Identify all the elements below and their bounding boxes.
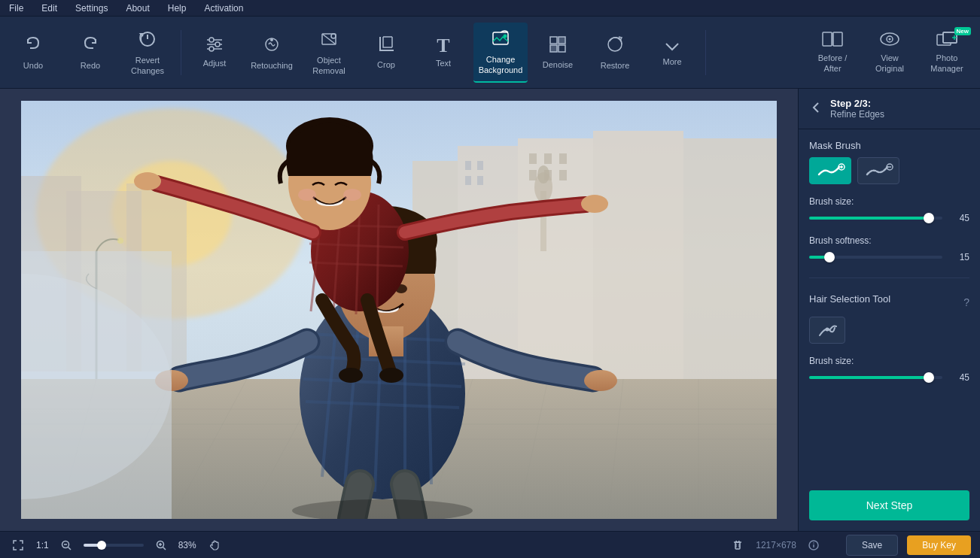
brush-softness-section: Brush softness: 15 [809, 235, 969, 262]
restore-label: Restore [601, 61, 630, 71]
more-button[interactable]: More [645, 23, 699, 83]
svg-point-88 [584, 370, 617, 391]
right-panel: Step 2/3: Refine Edges Mask Brush [798, 89, 980, 531]
image-dimensions: 1217×678 [756, 540, 796, 550]
text-icon: T [437, 36, 449, 56]
retouching-label: Retouching [251, 61, 293, 71]
retouching-icon [261, 34, 282, 58]
denoise-icon [548, 35, 568, 57]
more-icon [665, 38, 680, 54]
svg-rect-45 [544, 153, 552, 164]
svg-rect-41 [477, 161, 483, 170]
retouching-button[interactable]: Retouching [245, 23, 299, 83]
svg-point-99 [298, 189, 316, 201]
brush-size-track [809, 217, 942, 220]
svg-rect-16 [550, 37, 557, 44]
revert-button[interactable]: RevertChanges [120, 23, 175, 83]
hair-brush-size-fill [809, 376, 929, 379]
hair-brush-size-value: 45 [948, 372, 969, 383]
brush-size-section: Brush size: 45 [809, 196, 969, 223]
object-removal-button[interactable]: ObjectRemoval [302, 23, 356, 83]
svg-line-120 [163, 547, 166, 550]
menu-help[interactable]: Help [165, 2, 190, 15]
view-original-label: ViewOriginal [875, 53, 904, 73]
menu-settings[interactable]: Settings [72, 2, 111, 15]
zoom-in-button[interactable] [153, 538, 169, 552]
zoom-out-button[interactable] [58, 538, 75, 552]
view-original-button[interactable]: ViewOriginal [863, 23, 917, 83]
hair-tool-title: Hair Selection Tool [809, 293, 890, 305]
menu-activation[interactable]: Activation [201, 2, 246, 15]
menu-edit[interactable]: Edit [38, 2, 60, 15]
panel-content: Mask Brush [799, 129, 980, 531]
redo-button[interactable]: Redo [63, 23, 117, 83]
redo-label: Redo [81, 61, 100, 71]
svg-point-26 [889, 38, 891, 41]
svg-point-100 [343, 189, 361, 201]
next-step-button[interactable]: Next Step [809, 490, 969, 520]
help-icon[interactable]: ? [963, 296, 969, 308]
text-label: Text [436, 59, 451, 68]
revert-icon [137, 29, 158, 53]
object-removal-label: ObjectRemoval [312, 56, 345, 75]
status-bar: 1:1 83% [0, 531, 980, 558]
svg-point-11 [331, 34, 336, 38]
hair-brush-button[interactable] [809, 317, 845, 344]
save-button[interactable]: Save [846, 535, 898, 556]
brush-softness-thumb[interactable] [824, 252, 835, 262]
change-bg-label: ChangeBackground [479, 55, 523, 74]
svg-point-104 [379, 368, 403, 383]
back-button[interactable] [809, 100, 824, 118]
step-title: Refine Edges [830, 109, 884, 120]
menu-bar: File Edit Settings About Help Activation [0, 0, 980, 17]
redo-icon [80, 34, 101, 58]
hair-btn-wrapper [809, 317, 969, 344]
restore-button[interactable]: Restore [588, 23, 642, 83]
zoom-track [84, 544, 144, 547]
hair-brush-size-row: 45 [809, 372, 969, 383]
before-after-button[interactable]: Before /After [805, 23, 860, 83]
brush-softness-row: 15 [809, 252, 969, 262]
menu-file[interactable]: File [6, 2, 26, 15]
svg-line-116 [68, 547, 71, 550]
denoise-button[interactable]: Denoise [531, 23, 585, 83]
svg-rect-43 [477, 176, 483, 185]
svg-rect-40 [465, 161, 471, 170]
canvas-area[interactable] [0, 89, 798, 531]
fit-screen-button[interactable] [9, 538, 27, 553]
hair-brush-size-thumb[interactable] [924, 372, 934, 383]
hair-brush-size-section: Brush size: 45 [809, 356, 969, 383]
delete-button[interactable] [729, 538, 747, 553]
svg-rect-49 [559, 170, 567, 180]
menu-about[interactable]: About [123, 2, 152, 15]
toolbar: Undo Redo RevertChanges [0, 17, 980, 89]
crop-button[interactable]: Crop [359, 23, 413, 83]
brush-size-label: Brush size: [809, 196, 969, 207]
remove-brush-button[interactable] [857, 157, 899, 184]
brush-size-thumb[interactable] [924, 213, 934, 223]
step-number: Step 2/3: [830, 98, 884, 109]
brush-size-value: 45 [948, 213, 969, 223]
undo-button[interactable]: Undo [6, 23, 60, 83]
main-content: Step 2/3: Refine Edges Mask Brush [0, 89, 980, 531]
undo-label: Undo [23, 61, 43, 71]
svg-point-2 [209, 38, 214, 42]
svg-rect-19 [558, 45, 565, 52]
brush-size-fill [809, 217, 929, 220]
brush-options [809, 157, 969, 184]
photo-canvas [21, 101, 777, 519]
text-button[interactable]: T Text [416, 23, 470, 83]
photo-manager-label: PhotoManager [930, 53, 963, 73]
add-brush-button[interactable] [809, 157, 851, 184]
buy-key-button[interactable]: Buy Key [907, 535, 971, 555]
pan-tool-button[interactable] [205, 538, 224, 553]
adjust-button[interactable]: Adjust [187, 23, 242, 83]
hair-brush-size-track [809, 376, 942, 379]
denoise-label: Denoise [543, 60, 573, 70]
toolbar-divider-1 [181, 30, 181, 75]
change-bg-button[interactable]: ChangeBackground [473, 23, 528, 83]
zoom-thumb[interactable] [97, 541, 106, 550]
svg-line-10 [322, 34, 336, 44]
info-button[interactable] [805, 538, 822, 552]
mask-brush-title: Mask Brush [809, 140, 969, 151]
